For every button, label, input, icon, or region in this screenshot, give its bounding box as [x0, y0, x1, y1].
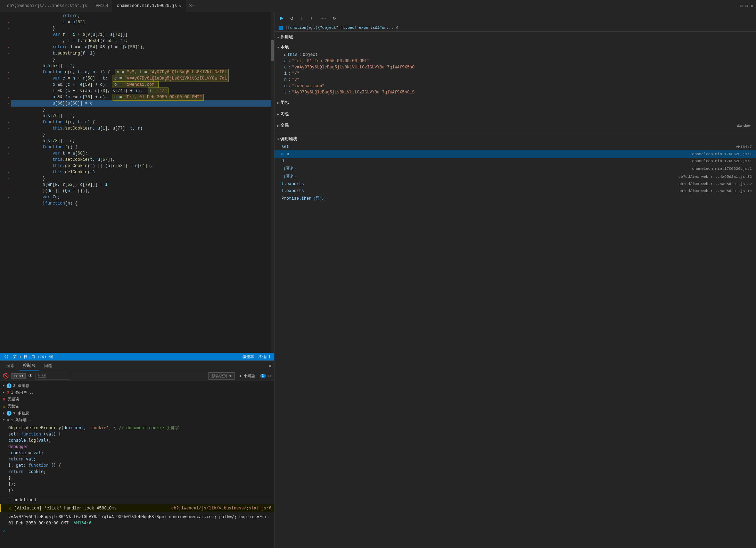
code-line: n[s[76]] = t; — [11, 113, 271, 119]
callstack-item-texports2[interactable]: t.exports cb?cd/iwc-web-r...4a95d2a1.js:… — [274, 188, 756, 194]
console-cookie-output: v=Ay07Dy6LQleBag5jLs8K1VkttGzIGLVY8a_7q1… — [0, 512, 274, 528]
error-label: 无错误 — [8, 397, 19, 402]
step-long-button[interactable]: →→ — [319, 15, 327, 22]
console-error-row[interactable]: ⊗ 无错误 — [0, 396, 274, 403]
gutter-6: - — [0, 44, 11, 50]
gutter-27: - — [0, 175, 11, 182]
callstack-item-promise[interactable]: Promise.then（异步） — [274, 194, 756, 202]
scope-item-i[interactable]: i : "/" — [281, 70, 756, 77]
expand-messages-icon — [3, 383, 5, 388]
console-messages-row[interactable]: ℹ 2 条消息 — [0, 382, 274, 389]
step-out-button[interactable]: ↑ — [309, 15, 314, 22]
console-info-row[interactable]: ℹ 1 条信息 — [0, 410, 274, 416]
console-input[interactable] — [7, 529, 271, 534]
local-scope-header[interactable]: 本地 — [274, 43, 756, 52]
closure2-scope-header[interactable]: 闭包 — [274, 110, 756, 118]
callstack-item-D[interactable]: D chameleon.min.1700620.js:1 — [274, 158, 756, 165]
close-panel-icon[interactable]: ✕ — [751, 3, 753, 9]
step-over-button[interactable]: ↺ — [289, 15, 295, 22]
tab-chameleon[interactable]: chameleon.min.1700620.js ✕ — [113, 0, 186, 12]
closure1-scope-header[interactable]: 闭包 — [274, 98, 756, 107]
gutter-13: - — [0, 88, 11, 94]
code-line-8: return _cookie; — [8, 469, 46, 474]
code-line: , l = t.indexOf(r[55], f); — [11, 38, 271, 44]
code-line-current: u[66][u[68]] = c — [11, 100, 271, 107]
callstack-item-anon1[interactable]: （匿名） chameleon.min.1700620.js:1 — [274, 165, 756, 173]
clear-console-icon[interactable]: 🚫 — [3, 373, 9, 379]
gutter-19: - — [0, 125, 11, 132]
code-line: a && (c += u[75] + a), a = "Fri, 01 Feb … — [11, 94, 271, 100]
callstack-item-set[interactable]: set VM164:7 — [274, 143, 756, 150]
cookie-src-link[interactable]: VM164:6 — [74, 521, 92, 525]
close-console-icon[interactable]: ✕ — [269, 363, 271, 369]
top-level-selector[interactable]: top ▼ — [11, 373, 26, 379]
code-line: } — [11, 132, 271, 138]
tab-vm164[interactable]: VM164 — [91, 0, 113, 12]
tab-close-icon[interactable]: ✕ — [179, 4, 181, 8]
callstack-item-anon2[interactable]: （匿名） cb?cd/iwc-web-r...4a95d2a1.js:32 — [274, 173, 756, 181]
warn-label: 无警告 — [8, 404, 19, 409]
breakpoint-row[interactable]: !function(e,t){"object"==typeof exports&… — [274, 24, 756, 31]
code-line: return l == -a[54] && (l = t[a[56]]), — [11, 44, 271, 50]
console-settings-icon[interactable]: ⚙ — [269, 373, 271, 379]
step-into-button[interactable]: ↓ — [299, 15, 304, 22]
scope-item-t[interactable]: t : "Ay07Dy6LQleBag5jLs8K1VkttGzIGLVY8a_… — [281, 89, 756, 96]
coverage-status: 覆盖率: 不适用 — [243, 354, 270, 359]
code-line: i = a[52] — [11, 19, 271, 25]
editor-scrollbar[interactable] — [271, 12, 274, 353]
global-scope-section: 全局 Window — [274, 120, 756, 131]
code-line-10: }); — [8, 482, 16, 487]
callstack-item-o[interactable]: ▶ o chameleon.min.1700620.js:1 — [274, 150, 756, 158]
expand-user-icon — [3, 390, 5, 395]
gutter-18: - — [0, 119, 11, 125]
issues-badge: 3 个问题： 3 — [239, 373, 265, 379]
global-scope-header[interactable]: 全局 Window — [274, 121, 756, 130]
scope-item-n[interactable]: n : "v" — [281, 77, 756, 83]
console-input-line[interactable]: > — [0, 528, 274, 535]
eye-icon[interactable]: 👁 — [28, 373, 33, 379]
closure2-expand-icon — [277, 112, 279, 117]
gutter-1: - — [0, 13, 11, 19]
split-editor-icon[interactable]: ⊡ — [746, 3, 748, 9]
filter-input[interactable] — [35, 373, 70, 380]
info2-icon: ℹ — [7, 411, 11, 416]
code-line: this.setCookie(t, u[67]), — [11, 157, 271, 163]
local-scope-section: 本地 this : Object a : — [274, 42, 756, 97]
console-warn-row[interactable]: ⚠ 无警告 — [0, 403, 274, 410]
scope-expand-icon — [277, 35, 279, 40]
code-line: } — [11, 57, 271, 63]
left-panel: - - - - - - - - - - - - - - - - - — [0, 12, 274, 548]
level-selector[interactable]: 默认级别 ▼ — [208, 372, 235, 380]
scope-item-o[interactable]: o : "iwencai.com" — [281, 83, 756, 89]
callstack-header[interactable]: 调用堆栈 — [274, 135, 756, 143]
code-line: this.setCookie(n, u[1], u[77], t, r) — [11, 125, 271, 132]
scope-item-this[interactable]: this : Object — [281, 52, 756, 58]
breakpoint-checkbox[interactable] — [279, 26, 283, 30]
code-line: this.getCookie(t) || (n[r[53]] = e[61]), — [11, 163, 271, 169]
tab-stat-js[interactable]: cb?;iwencai/js/...iness/;stat.js — [3, 0, 91, 12]
violation-src-link[interactable]: cb?;iwencai/js/lib/v…business/;stat.js:6 — [171, 506, 271, 511]
code-line-9: }, — [8, 475, 13, 480]
code-line: n[s[78]] = o; — [11, 138, 271, 144]
console-user-row[interactable]: ⊗ 1 条用户... — [0, 389, 274, 396]
callstack-item-texports1[interactable]: t.exports cb?cd/iwc-web-r...4a95d2a1.js:… — [274, 181, 756, 188]
tab-issues[interactable]: 问题 — [40, 362, 56, 370]
scope-section-header[interactable]: 作用域 — [274, 33, 756, 42]
debugger-scroll-area: !function(e,t){"object"==typeof exports&… — [274, 24, 756, 548]
scope-item-c[interactable]: c : "v=Ay07Dy6LQleBag5jLs8K1VkttGzIGLVY8… — [281, 64, 756, 70]
minimap-icon[interactable]: ⊞ — [740, 3, 742, 9]
tab-search[interactable]: 搜索 — [3, 362, 18, 370]
expand-info-icon — [3, 410, 5, 415]
local-expand-icon — [277, 45, 279, 50]
deactivate-breakpoints-button[interactable]: ⊘ — [331, 15, 337, 22]
tab-console[interactable]: 控制台 — [19, 361, 39, 371]
gutter-2: - — [0, 19, 11, 25]
code-line: this.delCookie(t) — [11, 169, 271, 175]
resume-button[interactable]: ▶ — [279, 14, 285, 22]
tab-overflow[interactable]: >> — [186, 3, 196, 8]
scope-item-a[interactable]: a : "Fri, 01 Feb 2050 00:00:00 GMT" — [281, 58, 756, 64]
console-detail-row[interactable]: ⇒ 1 条详细... — [0, 416, 274, 423]
info-icon: ℹ — [7, 383, 11, 388]
closure1-expand-icon — [277, 100, 279, 105]
code-line: var c = n + r[58] + t; c = "v=Ay07Dy6LQl… — [11, 75, 271, 82]
